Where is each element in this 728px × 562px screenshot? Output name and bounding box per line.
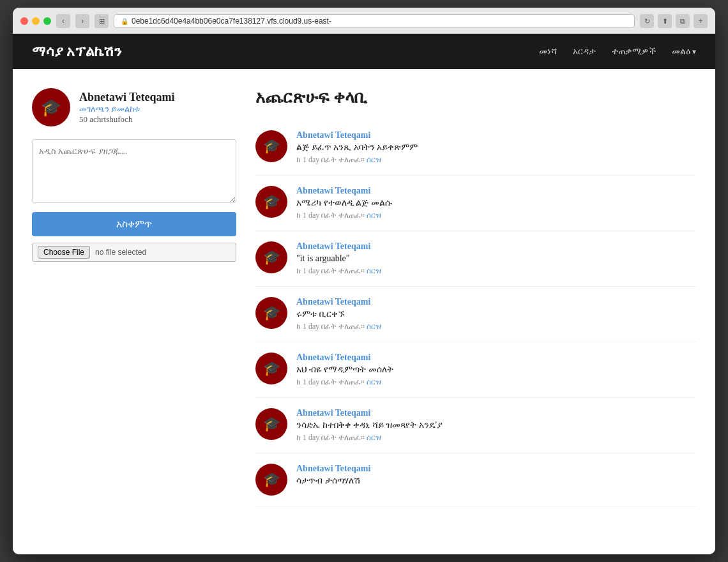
feed-avatar: 🎓 [255,130,287,162]
feed-content: Abnetawi Teteqami ሳታጥብ ታሰጣሃለሽ [296,464,696,496]
feed-item: 🎓 Abnetawi Teteqami ንሳድኤ ከተበቅቀ ቀዳኒ ሻይ ዝመ… [255,398,696,453]
nav-edit[interactable]: አርዳታ [573,47,596,57]
feed-time: ከ 1 day በፊት ተለጠፈ፡፡ [296,211,365,220]
forward-button[interactable]: › [75,14,89,28]
feed-action-link[interactable]: ሰርዝ [367,322,381,331]
feed-time: ከ 1 day በፊት ተለጠፈ፡፡ [296,433,365,442]
feed-username[interactable]: Abnetawi Teteqami [296,297,696,307]
feed-content: Abnetawi Teteqami አህ ብዬ የማዲምጣት መሰለት ከ 1 … [296,353,696,387]
feed-content: Abnetawi Teteqami ልጅ ይፈጥ አንጺ አባትን አይቀጽምም… [296,130,696,165]
browser-actions: ↻ ⬆ ⧉ + [640,14,708,28]
feed-action-link[interactable]: ሰርዝ [367,155,381,164]
feed-text: ንሳድኤ ከተበቅቀ ቀዳኒ ሻይ ዝመጻየት አንዴ'ያ [296,420,696,430]
feed-username[interactable]: Abnetawi Teteqami [296,353,696,363]
feed-text: አሜሪካ የተወለዲ ልጅ መልሱ [296,198,696,208]
avatar: 🎓 [32,88,70,126]
post-textarea[interactable] [32,139,236,203]
user-profile: 🎓 Abnetawi Teteqami መገለጫን ይመልከቱ 50 achrt… [32,88,236,126]
feed-meta: ከ 1 day በፊት ተለጠፈ፡፡ ሰርዝ [296,155,696,165]
nav-home[interactable]: መነሻ [539,47,557,57]
feed-meta: ከ 1 day በፊት ተለጠፈ፡፡ ሰርዝ [296,266,696,276]
feed-content: Abnetawi Teteqami አሜሪካ የተወለዲ ልጅ መልሱ ከ 1 … [296,186,696,220]
submit-button[interactable]: አስቀምጥ [32,212,236,236]
minimize-button[interactable] [32,17,40,25]
app-content: 🎓 Abnetawi Teteqami መገለጫን ይመልከቱ 50 achrt… [13,69,715,554]
feed-content: Abnetawi Teteqami ሩምቱ ቢርቀኙ ከ 1 day በፊት ተ… [296,297,696,331]
feed-content: Abnetawi Teteqami "it is arguable" ከ 1 d… [296,241,696,276]
feed-title: አጨርጽሁፍ ቀላቢ [255,88,696,107]
feed-meta: ከ 1 day በፊት ተለጠፈ፡፡ ሰርዝ [296,211,696,220]
reload-button[interactable]: ↻ [640,14,654,28]
back-button[interactable]: ‹ [56,14,70,28]
feed-time: ከ 1 day በፊት ተለጠፈ፡፡ [296,266,365,275]
feed-item: 🎓 Abnetawi Teteqami ልጅ ይፈጥ አንጺ አባትን አይቀጽ… [255,120,696,176]
app-title: ማሳያ አፕልኬሽን [32,43,121,60]
feed-avatar: 🎓 [255,353,287,384]
share-button[interactable]: ⬆ [658,14,672,28]
maximize-button[interactable] [43,17,51,25]
traffic-lights [20,17,51,25]
feed-item: 🎓 Abnetawi Teteqami "it is arguable" ከ 1… [255,231,696,287]
browser-chrome: ‹ › ⊞ 🔒 0ebe1dc6d40e4a4bb06e0ca7fe138127… [13,8,715,34]
nav-more[interactable]: መልዕ [672,47,696,57]
feed-action-link[interactable]: ሰርዝ [367,433,381,442]
close-button[interactable] [20,17,28,25]
feed-username[interactable]: Abnetawi Teteqami [296,408,696,418]
feed-username[interactable]: Abnetawi Teteqami [296,464,696,474]
window-mode-button[interactable]: ⊞ [95,14,109,28]
sidebar: 🎓 Abnetawi Teteqami መገለጫን ይመልከቱ 50 achrt… [32,88,236,535]
pip-button[interactable]: ⧉ [676,14,690,28]
feed-text: ሳታጥብ ታሰጣሃለሽ [296,476,696,486]
feed-action-link[interactable]: ሰርዝ [367,377,381,386]
feed-meta: ከ 1 day በፊት ተለጠፈ፡፡ ሰርዝ [296,377,696,387]
feed-text: ልጅ ይፈጥ አንጺ አባትን አይቀጽምም [296,142,696,153]
feed-item: 🎓 Abnetawi Teteqami ሳታጥብ ታሰጣሃለሽ [255,453,696,506]
feed-time: ከ 1 day በፊት ተለጠፈ፡፡ [296,155,365,164]
address-bar[interactable]: 🔒 0ebe1dc6d40e4a4bb06e0ca7fe138127.vfs.c… [114,14,635,28]
feed-username[interactable]: Abnetawi Teteqami [296,130,696,140]
feed-time: ከ 1 day በፊት ተለጠፈ፡፡ [296,322,365,331]
feed-username[interactable]: Abnetawi Teteqami [296,241,696,252]
lock-icon: 🔒 [121,18,128,25]
user-info: Abnetawi Teteqami መገለጫን ይመልከቱ 50 achrtsh… [79,91,175,125]
feed-text: ሩምቱ ቢርቀኙ [296,309,696,319]
feed-item: 🎓 Abnetawi Teteqami ሩምቱ ቢርቀኙ ከ 1 day በፊት… [255,287,696,342]
user-stats: 50 achrtshufoch [79,114,175,125]
feed-action-link[interactable]: ሰርዝ [367,211,381,220]
app-header: ማሳያ አፕልኬሽን መነሻ አርዳታ ተጠቃሚዎች መልዕ [13,34,715,69]
user-profile-link[interactable]: መገለጫን ይመልከቱ [79,104,175,114]
feed-avatar: 🎓 [255,241,287,273]
file-input-wrapper: Choose File no file selected [32,243,236,262]
feed-content: Abnetawi Teteqami ንሳድኤ ከተበቅቀ ቀዳኒ ሻይ ዝመጻየ… [296,408,696,443]
browser-window: ‹ › ⊞ 🔒 0ebe1dc6d40e4a4bb06e0ca7fe138127… [13,8,715,554]
feed-action-link[interactable]: ሰርዝ [367,266,381,275]
feed-avatar: 🎓 [255,408,287,440]
file-choose-button[interactable]: Choose File [38,246,90,259]
feed-username[interactable]: Abnetawi Teteqami [296,186,696,196]
file-label: no file selected [95,248,146,257]
username: Abnetawi Teteqami [79,91,175,104]
feed-avatar: 🎓 [255,464,287,496]
feed-avatar: 🎓 [255,186,287,218]
feed-time: ከ 1 day በፊት ተለጠፈ፡፡ [296,377,365,386]
app-nav: መነሻ አርዳታ ተጠቃሚዎች መልዕ [539,47,696,57]
feed-item: 🎓 Abnetawi Teteqami አህ ብዬ የማዲምጣት መሰለት ከ … [255,342,696,398]
feed-text: "it is arguable" [296,254,696,264]
url-text: 0ebe1dc6d40e4a4bb06e0ca7fe138127.vfs.clo… [132,17,331,26]
nav-categories[interactable]: ተጠቃሚዎች [612,47,656,57]
new-tab-button[interactable]: + [694,14,708,28]
feed-avatar: 🎓 [255,297,287,329]
feed-items-container: 🎓 Abnetawi Teteqami ልጅ ይፈጥ አንጺ አባትን አይቀጽ… [255,120,696,506]
feed-text: አህ ብዬ የማዲምጣት መሰለት [296,365,696,375]
feed-meta: ከ 1 day በፊት ተለጠፈ፡፡ ሰርዝ [296,322,696,331]
feed-item: 🎓 Abnetawi Teteqami አሜሪካ የተወለዲ ልጅ መልሱ ከ … [255,176,696,231]
feed: አጨርጽሁፍ ቀላቢ 🎓 Abnetawi Teteqami ልጅ ይፈጥ አን… [255,88,696,535]
feed-meta: ከ 1 day በፊት ተለጠፈ፡፡ ሰርዝ [296,433,696,443]
